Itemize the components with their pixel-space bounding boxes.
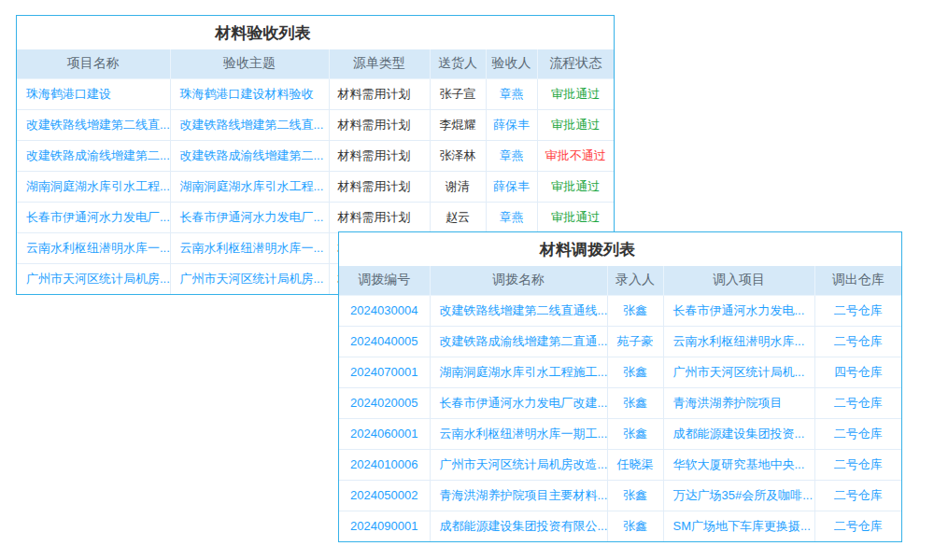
cell-in-project[interactable]: 广州市天河区统计局机... bbox=[663, 357, 814, 387]
cell-out-warehouse[interactable]: 二号仓库 bbox=[814, 480, 901, 511]
cell-acceptor[interactable]: 章燕 bbox=[486, 202, 537, 232]
cell-transfer-name[interactable]: 云南水利枢纽潜明水库一期工... bbox=[430, 418, 607, 449]
cell-source-order-type: 材料需用计划 bbox=[329, 109, 430, 140]
cell-acceptance-subject[interactable]: 湖南洞庭湖水库引水工程... bbox=[170, 171, 329, 202]
table-row[interactable]: 改建铁路成渝线增建第二...改建铁路成渝线增建第二...材料需用计划张泽林章燕审… bbox=[17, 140, 614, 171]
transfer-column-header: 录入人 bbox=[607, 266, 663, 295]
cell-source-order-type: 材料需用计划 bbox=[329, 202, 430, 232]
cell-acceptance-subject[interactable]: 改建铁路线增建第二线直... bbox=[170, 109, 329, 140]
table-row[interactable]: 2024040005改建铁路成渝线增建第二直通...苑子豪云南水利枢纽潜明水库.… bbox=[339, 326, 901, 357]
cell-out-warehouse[interactable]: 二号仓库 bbox=[814, 418, 901, 449]
cell-transfer-name[interactable]: 广州市天河区统计局机房改造... bbox=[430, 449, 607, 480]
table-row[interactable]: 珠海鹤港口建设珠海鹤港口建设材料验收材料需用计划张子宣章燕审批通过 bbox=[17, 78, 614, 109]
table-row[interactable]: 2024060001云南水利枢纽潜明水库一期工...张鑫成都能源建设集团投资..… bbox=[339, 418, 901, 449]
cell-entry-person[interactable]: 张鑫 bbox=[607, 295, 663, 326]
cell-deliverer: 李焜耀 bbox=[430, 109, 486, 140]
acceptance-column-header: 验收人 bbox=[486, 49, 537, 78]
cell-entry-person[interactable]: 任晓渠 bbox=[607, 449, 663, 480]
transfer-list-panel: 材料调拨列表 调拨编号调拨名称录入人调入项目调出仓库 2024030004改建铁… bbox=[338, 231, 902, 542]
cell-in-project[interactable]: 成都能源建设集团投资... bbox=[663, 418, 814, 449]
cell-flow-status: 审批通过 bbox=[537, 109, 614, 140]
cell-entry-person[interactable]: 张鑫 bbox=[607, 480, 663, 511]
cell-transfer-name[interactable]: 湖南洞庭湖水库引水工程施工... bbox=[430, 357, 607, 387]
table-row[interactable]: 2024020005长春市伊通河水力发电厂改建...张鑫青海洪湖养护院项目二号仓… bbox=[339, 387, 901, 418]
cell-flow-status: 审批通过 bbox=[537, 202, 614, 232]
table-row[interactable]: 2024090001成都能源建设集团投资有限公...张鑫SM广场地下车库更换摄.… bbox=[339, 511, 901, 541]
cell-deliverer: 赵云 bbox=[430, 202, 486, 232]
cell-entry-person[interactable]: 张鑫 bbox=[607, 387, 663, 418]
cell-transfer-name[interactable]: 长春市伊通河水力发电厂改建... bbox=[430, 387, 607, 418]
table-row[interactable]: 2024050002青海洪湖养护院项目主要材料...张鑫万达广场35#会所及咖啡… bbox=[339, 480, 901, 511]
cell-acceptor[interactable]: 薛保丰 bbox=[486, 109, 537, 140]
cell-project-name[interactable]: 改建铁路成渝线增建第二... bbox=[17, 140, 170, 171]
acceptance-column-header: 项目名称 bbox=[17, 49, 170, 78]
cell-transfer-number[interactable]: 2024090001 bbox=[339, 511, 430, 541]
cell-out-warehouse[interactable]: 二号仓库 bbox=[814, 511, 901, 541]
transfer-column-header: 调出仓库 bbox=[814, 266, 901, 295]
cell-entry-person[interactable]: 张鑫 bbox=[607, 357, 663, 387]
cell-transfer-number[interactable]: 2024040005 bbox=[339, 326, 430, 357]
cell-out-warehouse[interactable]: 二号仓库 bbox=[814, 449, 901, 480]
cell-transfer-number[interactable]: 2024050002 bbox=[339, 480, 430, 511]
transfer-table: 调拨编号调拨名称录入人调入项目调出仓库 2024030004改建铁路线增建第二线… bbox=[339, 266, 901, 541]
cell-transfer-name[interactable]: 成都能源建设集团投资有限公... bbox=[430, 511, 607, 541]
cell-project-name[interactable]: 长春市伊通河水力发电厂... bbox=[17, 202, 170, 232]
cell-in-project[interactable]: 长春市伊通河水力发电... bbox=[663, 295, 814, 326]
cell-in-project[interactable]: 青海洪湖养护院项目 bbox=[663, 387, 814, 418]
cell-source-order-type: 材料需用计划 bbox=[329, 140, 430, 171]
cell-out-warehouse[interactable]: 四号仓库 bbox=[814, 357, 901, 387]
cell-out-warehouse[interactable]: 二号仓库 bbox=[814, 326, 901, 357]
cell-deliverer: 张泽林 bbox=[430, 140, 486, 171]
cell-flow-status: 审批通过 bbox=[537, 171, 614, 202]
acceptance-column-header: 验收主题 bbox=[170, 49, 329, 78]
cell-acceptor[interactable]: 章燕 bbox=[486, 78, 537, 109]
cell-transfer-number[interactable]: 2024010006 bbox=[339, 449, 430, 480]
cell-in-project[interactable]: 华软大厦研究基地中央... bbox=[663, 449, 814, 480]
cell-project-name[interactable]: 湖南洞庭湖水库引水工程... bbox=[17, 171, 170, 202]
cell-transfer-number[interactable]: 2024030004 bbox=[339, 295, 430, 326]
cell-transfer-name[interactable]: 青海洪湖养护院项目主要材料... bbox=[430, 480, 607, 511]
cell-deliverer: 张子宣 bbox=[430, 78, 486, 109]
table-row[interactable]: 2024010006广州市天河区统计局机房改造...任晓渠华软大厦研究基地中央.… bbox=[339, 449, 901, 480]
cell-out-warehouse[interactable]: 二号仓库 bbox=[814, 387, 901, 418]
cell-project-name[interactable]: 云南水利枢纽潜明水库一... bbox=[17, 232, 170, 263]
table-row[interactable]: 湖南洞庭湖水库引水工程...湖南洞庭湖水库引水工程...材料需用计划谢清薛保丰审… bbox=[17, 171, 614, 202]
table-row[interactable]: 2024030004改建铁路线增建第二线直通线...张鑫长春市伊通河水力发电..… bbox=[339, 295, 901, 326]
cell-project-name[interactable]: 珠海鹤港口建设 bbox=[17, 78, 170, 109]
cell-project-name[interactable]: 广州市天河区统计局机房... bbox=[17, 263, 170, 294]
cell-acceptor[interactable]: 章燕 bbox=[486, 140, 537, 171]
table-row[interactable]: 改建铁路线增建第二线直...改建铁路线增建第二线直...材料需用计划李焜耀薛保丰… bbox=[17, 109, 614, 140]
acceptance-column-header: 流程状态 bbox=[537, 49, 614, 78]
cell-acceptor[interactable]: 薛保丰 bbox=[486, 171, 537, 202]
cell-acceptance-subject[interactable]: 珠海鹤港口建设材料验收 bbox=[170, 78, 329, 109]
transfer-column-header: 调入项目 bbox=[663, 266, 814, 295]
cell-entry-person[interactable]: 苑子豪 bbox=[607, 326, 663, 357]
transfer-column-header: 调拨名称 bbox=[430, 266, 607, 295]
cell-in-project[interactable]: 云南水利枢纽潜明水库... bbox=[663, 326, 814, 357]
cell-transfer-name[interactable]: 改建铁路成渝线增建第二直通... bbox=[430, 326, 607, 357]
transfer-header-row: 调拨编号调拨名称录入人调入项目调出仓库 bbox=[339, 266, 901, 295]
cell-entry-person[interactable]: 张鑫 bbox=[607, 511, 663, 541]
transfer-list-title: 材料调拨列表 bbox=[339, 232, 901, 266]
acceptance-header-row: 项目名称验收主题源单类型送货人验收人流程状态 bbox=[17, 49, 614, 78]
cell-acceptance-subject[interactable]: 长春市伊通河水力发电厂... bbox=[170, 202, 329, 232]
cell-acceptance-subject[interactable]: 云南水利枢纽潜明水库一... bbox=[170, 232, 329, 263]
cell-transfer-number[interactable]: 2024070001 bbox=[339, 357, 430, 387]
cell-flow-status: 审批通过 bbox=[537, 78, 614, 109]
cell-project-name[interactable]: 改建铁路线增建第二线直... bbox=[17, 109, 170, 140]
transfer-column-header: 调拨编号 bbox=[339, 266, 430, 295]
cell-acceptance-subject[interactable]: 改建铁路成渝线增建第二... bbox=[170, 140, 329, 171]
cell-transfer-number[interactable]: 2024060001 bbox=[339, 418, 430, 449]
table-row[interactable]: 长春市伊通河水力发电厂...长春市伊通河水力发电厂...材料需用计划赵云章燕审批… bbox=[17, 202, 614, 232]
table-row[interactable]: 2024070001湖南洞庭湖水库引水工程施工...张鑫广州市天河区统计局机..… bbox=[339, 357, 901, 387]
cell-out-warehouse[interactable]: 二号仓库 bbox=[814, 295, 901, 326]
cell-deliverer: 谢清 bbox=[430, 171, 486, 202]
cell-transfer-name[interactable]: 改建铁路线增建第二线直通线... bbox=[430, 295, 607, 326]
cell-flow-status: 审批不通过 bbox=[537, 140, 614, 171]
cell-entry-person[interactable]: 张鑫 bbox=[607, 418, 663, 449]
cell-in-project[interactable]: SM广场地下车库更换摄... bbox=[663, 511, 814, 541]
cell-in-project[interactable]: 万达广场35#会所及咖啡... bbox=[663, 480, 814, 511]
cell-acceptance-subject[interactable]: 广州市天河区统计局机房... bbox=[170, 263, 329, 294]
cell-transfer-number[interactable]: 2024020005 bbox=[339, 387, 430, 418]
acceptance-column-header: 送货人 bbox=[430, 49, 486, 78]
